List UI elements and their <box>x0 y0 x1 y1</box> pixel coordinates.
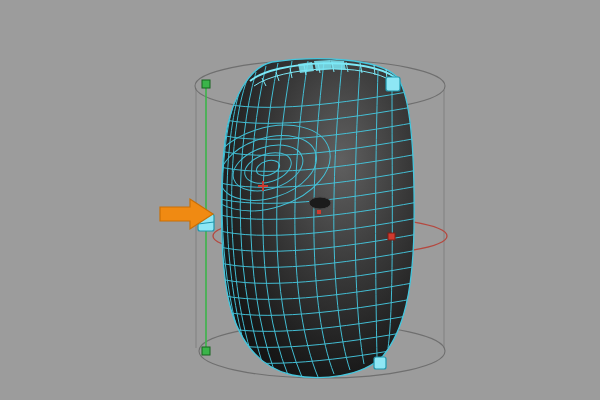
handle-bottom-right[interactable] <box>374 357 386 369</box>
axis-handle-top[interactable] <box>202 80 210 88</box>
axis-handle-bottom[interactable] <box>202 347 210 355</box>
pivot-dot-red <box>317 210 321 214</box>
mesh-hole <box>309 197 331 209</box>
viewport <box>0 0 600 400</box>
handle-top-right[interactable] <box>386 77 400 91</box>
viewport-canvas[interactable] <box>0 0 600 400</box>
ring-handle-red[interactable] <box>388 233 395 240</box>
